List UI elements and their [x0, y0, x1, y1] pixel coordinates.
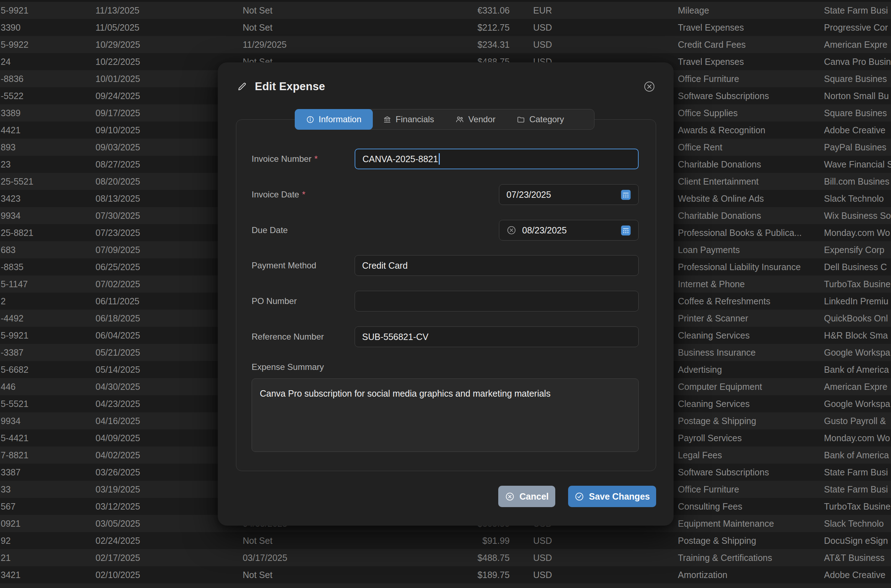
- expense-summary-textarea[interactable]: Canva Pro subscription for social media …: [252, 378, 639, 452]
- payment-method-input[interactable]: Credit Card: [355, 255, 639, 276]
- modal-tabbar: Information Financials Vendor: [295, 109, 594, 130]
- payment-method-label: Payment Method: [252, 255, 316, 276]
- cell-category: Professional Books & Publica...: [678, 224, 820, 241]
- cell-category: Internet & Phone: [678, 276, 820, 292]
- cell-category: Training & Certifications: [678, 549, 820, 566]
- cell-invoice-id: 2: [1, 292, 90, 310]
- reference-number-input[interactable]: SUB-556821-CV: [355, 326, 639, 347]
- cell-invoice-id: 446: [1, 378, 90, 395]
- cell-vendor: Slack Technolo: [824, 515, 891, 532]
- cell-currency: USD: [533, 549, 576, 566]
- tab-vendor[interactable]: Vendor: [445, 110, 506, 129]
- modal-title: Edit Expense: [255, 80, 325, 93]
- cell-vendor: Slack Technolo: [824, 190, 891, 207]
- cell-invoice-date: 03/26/2025: [96, 464, 202, 481]
- cell-invoice-id: 5-1147: [1, 276, 90, 292]
- cell-invoice-date: 02/24/2025: [96, 532, 202, 549]
- cell-invoice-date: 03/19/2025: [96, 481, 202, 498]
- table-row[interactable]: 5-9922 10/29/2025 11/29/2025 $234.31 USD…: [0, 36, 891, 53]
- cell-currency: USD: [533, 532, 576, 549]
- table-row[interactable]: 92 02/24/2025 Not Set $91.99 USD Postage…: [0, 532, 891, 549]
- po-number-input[interactable]: [355, 291, 639, 312]
- cell-vendor: Bill.com Busines: [824, 173, 891, 190]
- cancel-button[interactable]: Cancel: [498, 486, 555, 507]
- cell-invoice-date: 04/09/2025: [96, 429, 202, 447]
- cell-vendor: H&R Block Sma: [824, 327, 891, 344]
- cell-category: Computer Equipment: [678, 378, 820, 395]
- table-row[interactable]: 21 02/17/2025 03/17/2025 $488.75 USD Tra…: [0, 549, 891, 566]
- cell-category: Software Subscriptions: [678, 464, 820, 481]
- cancel-label: Cancel: [520, 491, 549, 502]
- clear-date-icon[interactable]: [507, 225, 516, 235]
- cell-invoice-date: 06/11/2025: [96, 292, 202, 310]
- cell-invoice-date: 08/20/2025: [96, 173, 202, 190]
- cell-invoice-id: -8835: [1, 258, 90, 276]
- check-circle-icon: [574, 492, 584, 501]
- invoice-number-value: CANVA-2025-8821: [363, 154, 438, 164]
- cell-category: Cleaning Services: [678, 327, 820, 344]
- close-icon[interactable]: [643, 81, 656, 93]
- cell-amount: €331.06: [385, 2, 510, 19]
- tab-financials[interactable]: Financials: [372, 110, 445, 129]
- table-row[interactable]: 3421 02/10/2025 Not Set $189.75 USD Amor…: [0, 566, 891, 584]
- required-marker: *: [302, 190, 305, 199]
- cell-vendor: Wix Business So: [824, 207, 891, 224]
- cell-invoice-date: 07/30/2025: [96, 207, 202, 224]
- cell-invoice-id: 33: [1, 481, 90, 498]
- po-number-label: PO Number: [252, 291, 297, 312]
- table-row[interactable]: 5-9921 11/13/2025 Not Set €331.06 EUR Mi…: [0, 2, 891, 19]
- cell-currency: USD: [533, 566, 576, 584]
- cell-invoice-date: 03/12/2025: [96, 498, 202, 515]
- cell-category: Client Entertainment: [678, 173, 820, 190]
- cell-invoice-date: 06/04/2025: [96, 327, 202, 344]
- cell-category: Advertising: [678, 361, 820, 378]
- cell-vendor: Norton Small Bu: [824, 87, 891, 104]
- cell-currency: [533, 584, 576, 588]
- cell-invoice-date: 10/29/2025: [96, 36, 202, 53]
- cell-invoice-id: -4492: [1, 310, 90, 327]
- save-changes-button[interactable]: Save Changes: [568, 486, 656, 507]
- tab-information[interactable]: Information: [295, 109, 373, 130]
- invoice-number-input[interactable]: CANVA-2025-8821: [355, 148, 639, 169]
- cell-vendor: Progressive Cor: [824, 19, 891, 36]
- due-date-label: Due Date: [252, 220, 288, 240]
- cell-due-date: Not Set: [243, 19, 364, 36]
- reference-number-value: SUB-556821-CV: [362, 332, 428, 342]
- invoice-date-value: 07/23/2025: [507, 190, 551, 200]
- cell-due-date: 11/29/2025: [243, 36, 364, 53]
- cell-category: [678, 584, 820, 588]
- cell-invoice-id: 683: [1, 241, 90, 258]
- table-row[interactable]: [0, 584, 891, 588]
- tab-label: Financials: [396, 114, 434, 124]
- calendar-icon[interactable]: [621, 225, 631, 236]
- tab-label: Vendor: [468, 114, 495, 124]
- cell-vendor: [824, 584, 891, 588]
- cell-invoice-id: 5-9922: [1, 36, 90, 53]
- due-date-input[interactable]: 08/23/2025: [499, 220, 639, 240]
- invoice-date-input[interactable]: 07/23/2025: [499, 184, 639, 205]
- cell-vendor: Bank of America: [824, 447, 891, 464]
- table-row[interactable]: 3390 11/05/2025 Not Set $212.75 USD Trav…: [0, 19, 891, 36]
- cell-due-date: [243, 584, 364, 588]
- cell-invoice-id: 3387: [1, 464, 90, 481]
- cell-category: Travel Expenses: [678, 53, 820, 70]
- cell-invoice-id: 5-9921: [1, 327, 90, 344]
- cell-invoice-id: 5-5521: [1, 395, 90, 412]
- cell-category: Payroll Services: [678, 429, 820, 447]
- cell-category: Loan Payments: [678, 241, 820, 258]
- cancel-x-icon: [505, 492, 514, 501]
- cell-invoice-date: 03/05/2025: [96, 515, 202, 532]
- reference-number-label: Reference Number: [252, 326, 324, 347]
- tab-category[interactable]: Category: [506, 110, 574, 129]
- calendar-icon[interactable]: [621, 189, 631, 200]
- cell-vendor: Square Busines: [824, 70, 891, 87]
- cell-vendor: Wave Financial S: [824, 156, 891, 173]
- expense-summary-value: Canva Pro subscription for social media …: [260, 388, 550, 398]
- cell-invoice-id: 5-9921: [1, 2, 90, 19]
- cell-vendor: Gusto Payroll &: [824, 412, 891, 429]
- cell-category: Charitable Donations: [678, 207, 820, 224]
- required-marker: *: [314, 154, 318, 164]
- cell-invoice-date: 06/18/2025: [96, 310, 202, 327]
- cell-invoice-id: 9934: [1, 207, 90, 224]
- cell-category: Business Insurance: [678, 344, 820, 361]
